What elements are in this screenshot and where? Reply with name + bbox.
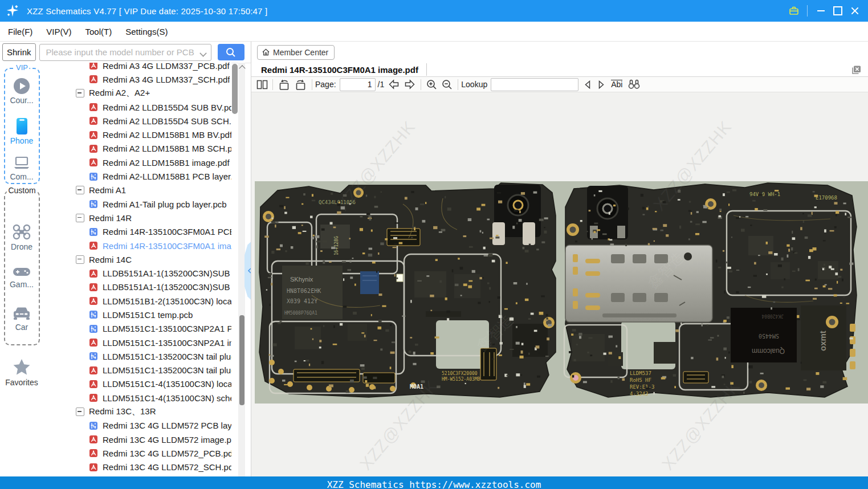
tree-item[interactable]: LLDM5151C1-135100C3NP2A1 PCB: [43, 322, 231, 336]
chevron-down-icon[interactable]: [199, 50, 206, 56]
svg-text:HN8T062EHK: HN8T062EHK: [287, 288, 321, 294]
next-page-icon[interactable]: [404, 79, 416, 90]
model-search-input[interactable]: [45, 47, 197, 58]
panel-scrollbar-thumb[interactable]: [239, 315, 244, 405]
lookup-input[interactable]: [491, 78, 578, 91]
zoom-in-icon[interactable]: [426, 79, 438, 91]
tree-group[interactable]: Redmi 13C、13R: [43, 405, 231, 418]
tree-item-label: Redmi A2 LLDM158B1 image.pdf: [103, 158, 230, 168]
pcb-photo[interactable]: QC434L011056 16+128G SKhynix HN8T062EHK …: [255, 181, 868, 404]
tree-item[interactable]: Redmi A2 LLDM158B1 MB SCH.pd: [43, 142, 231, 156]
svg-text:5210C3FX20000: 5210C3FX20000: [442, 371, 478, 376]
right-board: JK420B04 SM4450 Qualcomm oxmt: [564, 183, 857, 397]
tree-item[interactable]: LLDM5151C1-4(135100C3N) schem: [43, 391, 231, 405]
tree-item[interactable]: Redmi A2 LLDB155D4 SUB SCH.pd: [43, 114, 231, 128]
tree-item[interactable]: Redmi 13C 4G LLDM572_PCB.pdf: [43, 446, 231, 460]
shrink-button[interactable]: Shrink: [2, 43, 36, 61]
phone-icon: [17, 118, 27, 135]
rotate-right-icon[interactable]: [294, 79, 307, 91]
tree-item[interactable]: Redmi A2 LLDB155D4 SUB BV.pdf: [43, 100, 231, 114]
find-next-icon[interactable]: [596, 80, 606, 89]
tree-group[interactable]: Redmi 14C: [43, 252, 231, 266]
menu-settings[interactable]: Settings(S): [119, 27, 174, 36]
tree-scrollbar-thumb[interactable]: [232, 64, 238, 114]
tree-group[interactable]: Redmi 14R: [43, 211, 231, 225]
document-canvas[interactable]: QC434L011056 16+128G SKhynix HN8T062EHK …: [251, 92, 868, 476]
tree-item[interactable]: LLDB5151A1-1(135200C3N)SUB lo: [43, 266, 231, 280]
sidebar-item-drone[interactable]: Drone: [0, 223, 43, 251]
tree-item[interactable]: LLDM5151C1 temp.pcb: [43, 308, 231, 321]
tree-group[interactable]: Redmi A2、A2+: [43, 87, 231, 100]
svg-text:94V-0 WH-1: 94V-0 WH-1: [749, 191, 780, 197]
tree-item[interactable]: Redmi A3 4G LLDM337_SCH.pdf: [43, 72, 231, 86]
tree-item[interactable]: LLDB5151A1-1(135200C3N)SUB sc: [43, 280, 231, 294]
panel-scrollbar[interactable]: [238, 63, 245, 476]
home-icon: [262, 48, 270, 56]
rotate-left-icon[interactable]: [278, 79, 291, 91]
tab-document-title[interactable]: Redmi 14R-135100C3FM0A1 image.pdf: [261, 65, 418, 75]
tree-item[interactable]: Redmi A1-Tail plug pcb layer.pcb: [43, 197, 231, 211]
divider: [426, 63, 427, 76]
page-number-input[interactable]: [340, 78, 376, 91]
tree-item[interactable]: LLDM5151B1-2(135100C3N) locati: [43, 294, 231, 308]
pdf-file-icon: [89, 296, 98, 305]
tree-item[interactable]: Redmi 13C 4G LLDM572 image.pdf: [43, 433, 231, 446]
zoom-out-icon[interactable]: [441, 79, 453, 91]
tree-item[interactable]: LLDM5151C1-135200C3N tail plug: [43, 364, 231, 377]
tree-item[interactable]: Redmi 13C 4G LLDM572_SCH.pdf: [43, 461, 231, 474]
menu-vip[interactable]: VIP(V): [39, 27, 78, 36]
tree-item[interactable]: Redmi 14R-135100C3FM0A1 image: [43, 239, 231, 252]
close-button[interactable]: [846, 0, 863, 22]
sidebar-item-car[interactable]: Car: [0, 306, 43, 332]
search-button[interactable]: [218, 44, 244, 60]
tree-item[interactable]: Redmi A2-LLDM158B1 PCB layer.p: [43, 169, 231, 183]
tree-item[interactable]: Redmi A2 LLDM158B1 MB BV.pdf: [43, 128, 231, 141]
tree-item[interactable]: LLDM5151C1-135100C3NP2A1 ima: [43, 336, 231, 349]
file-tree[interactable]: Redmi A3 4G LLDM337_PCB.pdfRedmi A3 4G L…: [43, 63, 231, 476]
tree-item[interactable]: Redmi A2 LLDM158B1 image.pdf: [43, 156, 231, 169]
tree-item[interactable]: Redmi 13C 4G LLDM572 PCB layer.: [43, 419, 231, 433]
match-case-toggle[interactable]: Abi: [611, 80, 622, 89]
sidebar-item-courses[interactable]: Cour...: [0, 78, 43, 105]
maximize-button[interactable]: [829, 0, 846, 22]
tree-item-label: Redmi A2 LLDM158B1 MB SCH.pd: [103, 144, 231, 153]
collapse-minus-icon[interactable]: [76, 214, 84, 222]
menu-tool[interactable]: Tool(T): [79, 27, 119, 36]
tree-item-label: Redmi 14R-135100C3FM0A1 PCB l: [103, 227, 231, 237]
tree-item[interactable]: LLDM5151C1-4(135100C3N) locati: [43, 377, 231, 391]
find-previous-icon[interactable]: [583, 80, 593, 89]
minimize-button[interactable]: [812, 0, 829, 22]
facing-pages-icon[interactable]: [256, 79, 268, 90]
binoculars-search-icon[interactable]: [627, 79, 641, 90]
tree-item[interactable]: LLDM5151C1-135200C3N tail plug: [43, 349, 231, 363]
svg-text:SKhynix: SKhynix: [290, 276, 313, 283]
svg-text:HM-W5152-A03MB: HM-W5152-A03MB: [442, 377, 480, 382]
sidebar-item-favorites[interactable]: Favorites: [0, 358, 43, 387]
member-center-button[interactable]: Member Center: [257, 45, 335, 60]
sidebar-item-computer[interactable]: Com...: [0, 156, 43, 181]
sidebar-item-game[interactable]: Gam...: [0, 266, 43, 289]
previous-page-icon[interactable]: [388, 79, 400, 90]
pcb-file-icon: [89, 324, 98, 333]
svg-text:LLDM537: LLDM537: [630, 370, 651, 376]
svg-text:X039 412Y: X039 412Y: [287, 298, 317, 304]
status-bar-text: XZZ Schematics https://www.xzztools.com: [327, 479, 541, 489]
left-board: QC434L011056 16+128G SKhynix HN8T062EHK …: [259, 183, 556, 397]
menu-file[interactable]: File(F): [0, 27, 39, 36]
tree-item[interactable]: Redmi 14R-135100C3FM0A1 PCB l: [43, 225, 231, 239]
collapse-minus-icon[interactable]: [76, 186, 84, 194]
pdf-file-icon: [89, 63, 98, 70]
collapse-minus-icon[interactable]: [76, 255, 84, 264]
svg-text:MOA1: MOA1: [410, 384, 423, 390]
tree-item[interactable]: Redmi A3 4G LLDM337_PCB.pdf: [43, 63, 231, 72]
tree-group[interactable]: Redmi A1: [43, 184, 231, 197]
collapse-minus-icon[interactable]: [76, 408, 84, 416]
pcb-file-icon: [89, 227, 98, 237]
tree-item-label: LLDM5151C1-135100C3NP2A1 ima: [103, 338, 231, 348]
close-all-tabs-icon[interactable]: [850, 64, 862, 75]
search-row: Shrink: [0, 42, 251, 63]
sidebar-item-phone[interactable]: Phone: [0, 118, 43, 145]
collapse-minus-icon[interactable]: [76, 89, 84, 97]
model-search-combobox[interactable]: [39, 44, 211, 61]
license-icon[interactable]: [785, 0, 802, 22]
